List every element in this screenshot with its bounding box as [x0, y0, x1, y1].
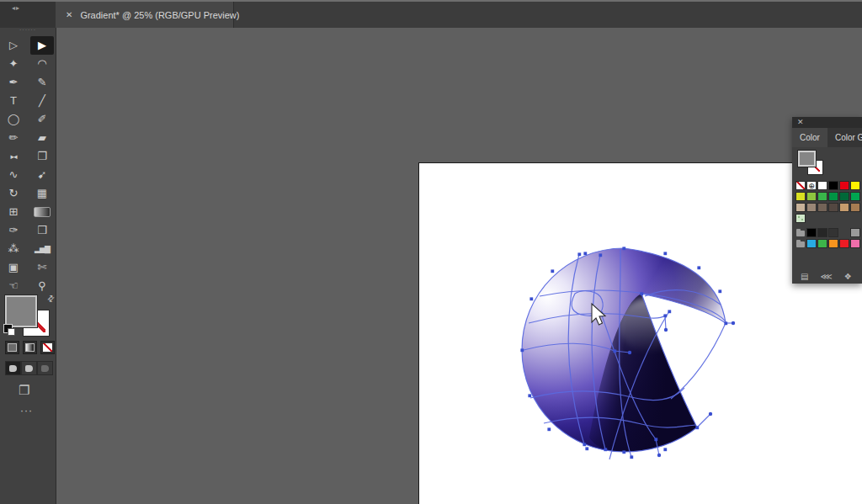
swatch-color[interactable] [850, 192, 860, 201]
drawing-mode-buttons [5, 361, 53, 375]
puppet-warp-tool[interactable]: ➹ [30, 166, 54, 184]
reflect-tool[interactable]: ▸◂ [2, 147, 25, 166]
lasso-tool[interactable]: ◠ [30, 55, 54, 73]
pen-tool[interactable]: ✒ [2, 73, 25, 92]
panel-fill-stroke-proxy [792, 147, 862, 179]
curvature-tool[interactable]: ✎ [30, 73, 54, 92]
swatch-color[interactable] [850, 203, 860, 212]
perspective-grid-tool[interactable]: ▦ [30, 184, 54, 203]
symbol-sprayer-tool[interactable]: ⁂ [2, 240, 25, 258]
swatch-color[interactable] [817, 239, 827, 248]
gradient-button[interactable] [23, 341, 37, 354]
panel-tabs: ColorColor G [792, 128, 862, 147]
swatch-color[interactable] [828, 228, 838, 237]
swatch-registration[interactable]: ⊕ [806, 181, 817, 190]
swatch-color[interactable] [850, 228, 860, 237]
width-tool[interactable]: ∿ [2, 166, 25, 184]
line-segment-tool[interactable]: ╱ [30, 92, 54, 110]
swatch-group-folder-icon[interactable] [795, 228, 806, 237]
swatch-group-folder-icon[interactable] [795, 239, 806, 248]
panel-header: ✕ [792, 117, 862, 128]
mesh-tool[interactable]: ⊞ [2, 203, 25, 221]
swatch-grid: ⊕ [792, 179, 862, 249]
swatch-kinds-icon[interactable]: ⋘ [820, 272, 832, 281]
hand-tool[interactable]: ☜ [2, 277, 25, 295]
fill-swatch[interactable] [5, 295, 37, 327]
close-tab-icon[interactable]: ✕ [66, 10, 72, 19]
artboard-tool[interactable]: ▣ [2, 258, 25, 277]
eraser-tool[interactable]: ▰ [30, 129, 54, 147]
draw-behind-button[interactable] [21, 361, 37, 375]
swatch-color[interactable] [817, 181, 827, 190]
document-tab[interactable]: ✕ Gradient* @ 25% (RGB/GPU Preview) [56, 2, 234, 28]
swatch-color[interactable] [817, 192, 827, 201]
swatch-spacer [839, 228, 849, 237]
none-button[interactable] [40, 341, 55, 354]
shape-builder-tool[interactable]: ❒ [30, 221, 54, 240]
swatch-color[interactable] [828, 181, 838, 190]
column-graph-tool[interactable]: ▂▅▇ [30, 240, 54, 258]
fill-stroke-proxy: ⇄ [5, 295, 54, 334]
panel-close-icon[interactable]: ✕ [797, 118, 804, 126]
swatch-color[interactable] [795, 192, 806, 201]
color-panel: ✕ ColorColor G ⊕ ▤⋘❖ [792, 117, 862, 284]
magic-wand-tool[interactable]: ✦ [2, 55, 25, 73]
swatch-color[interactable] [806, 239, 817, 248]
paintbrush-tool[interactable]: ✐ [30, 110, 54, 129]
swatch-color[interactable] [828, 239, 838, 248]
appearance-buttons [5, 341, 55, 354]
draw-normal-button[interactable] [5, 361, 21, 375]
slice-tool[interactable]: ✄ [30, 258, 54, 277]
collapse-toolbar-icon[interactable]: ◂▸ [12, 4, 20, 12]
illustrator-window: ◂▸ ✕ Gradient* @ 25% (RGB/GPU Preview) ·… [0, 0, 862, 504]
toolbar-header: ◂▸ [0, 2, 56, 28]
rotate-view-tool[interactable]: ↻ [2, 184, 25, 203]
swatch-pattern[interactable] [795, 214, 806, 223]
panel-tab-color-g[interactable]: Color G [827, 128, 862, 147]
swatch-libraries-icon[interactable]: ▤ [801, 272, 808, 281]
swatch-color[interactable] [828, 203, 838, 212]
draw-inside-button[interactable] [37, 361, 53, 375]
swatch-color[interactable] [839, 239, 849, 248]
eyedropper-tool[interactable]: ✑ [2, 221, 25, 240]
swatch-color[interactable] [850, 181, 860, 190]
swatch-color[interactable] [806, 192, 817, 201]
swatch-color[interactable] [806, 228, 817, 237]
swatch-color[interactable] [817, 203, 827, 212]
swatch-color[interactable] [850, 239, 860, 248]
gradient-tool[interactable] [34, 207, 51, 217]
ellipse-tool[interactable]: ◯ [2, 110, 25, 129]
swatch-color[interactable] [795, 203, 806, 212]
scale-tool[interactable]: ❐ [30, 147, 54, 166]
type-tool[interactable]: T [2, 92, 25, 110]
swatch-color[interactable] [817, 228, 827, 237]
document-tab-bar: ◂▸ ✕ Gradient* @ 25% (RGB/GPU Preview) [0, 0, 862, 28]
document-title: Gradient* @ 25% (RGB/GPU Preview) [80, 10, 239, 20]
direct-selection-tool[interactable]: ▷ [2, 36, 25, 55]
swatch-color[interactable] [839, 203, 849, 212]
toolbar-grip[interactable]: ······ [0, 28, 56, 34]
canvas-area[interactable] [57, 28, 862, 504]
tools-grid: ▷▶✦◠✒✎T╱◯✐✏▰▸◂❐∿➹↻▦⊞✑❒⁂▂▅▇▣✄☜⚲ [0, 36, 56, 295]
swatch-none[interactable] [795, 181, 806, 190]
screen-mode-icon[interactable]: ❐ [19, 383, 29, 398]
color-button[interactable] [5, 341, 19, 354]
panel-fill-swatch[interactable] [798, 151, 816, 167]
shaper-tool[interactable]: ✏ [2, 129, 25, 147]
selection-tool[interactable]: ▶ [30, 36, 54, 55]
panel-footer: ▤⋘❖ [792, 272, 862, 281]
tools-panel: ······ ▷▶✦◠✒✎T╱◯✐✏▰▸◂❐∿➹↻▦⊞✑❒⁂▂▅▇▣✄☜⚲ ⇄ … [0, 28, 56, 504]
swatch-color[interactable] [839, 181, 849, 190]
swatch-color[interactable] [839, 192, 849, 201]
default-fill-stroke-icon[interactable] [3, 324, 13, 333]
swatch-color[interactable] [828, 192, 838, 201]
edit-toolbar-icon[interactable]: ··· [20, 405, 33, 416]
swatch-color[interactable] [806, 203, 817, 212]
panel-tab-color[interactable]: Color [792, 128, 827, 147]
swatch-options-icon[interactable]: ❖ [844, 272, 852, 281]
